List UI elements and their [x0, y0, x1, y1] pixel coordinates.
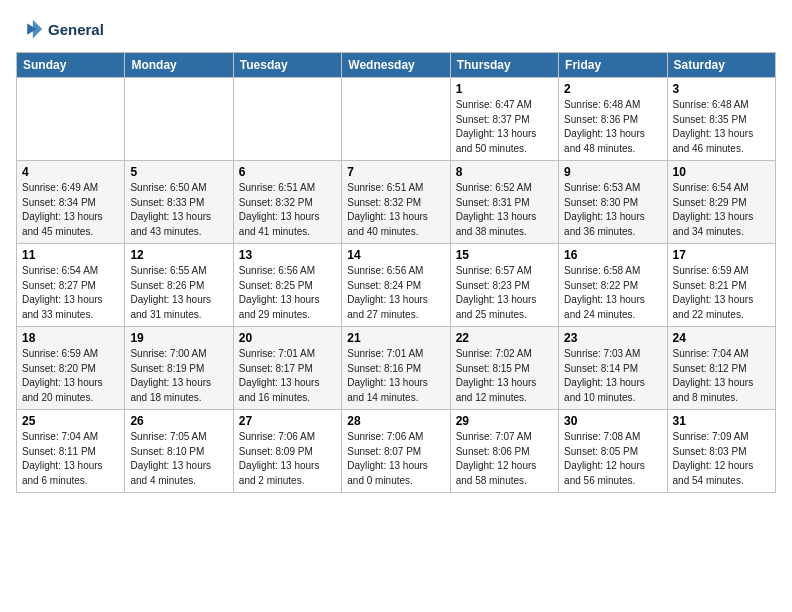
calendar-cell: 16Sunrise: 6:58 AM Sunset: 8:22 PM Dayli…: [559, 244, 667, 327]
calendar-week-row: 25Sunrise: 7:04 AM Sunset: 8:11 PM Dayli…: [17, 410, 776, 493]
day-info: Sunrise: 6:49 AM Sunset: 8:34 PM Dayligh…: [22, 181, 119, 239]
day-info: Sunrise: 7:09 AM Sunset: 8:03 PM Dayligh…: [673, 430, 770, 488]
calendar-cell: 10Sunrise: 6:54 AM Sunset: 8:29 PM Dayli…: [667, 161, 775, 244]
calendar-cell: 14Sunrise: 6:56 AM Sunset: 8:24 PM Dayli…: [342, 244, 450, 327]
calendar-cell: 12Sunrise: 6:55 AM Sunset: 8:26 PM Dayli…: [125, 244, 233, 327]
page-header: General: [16, 16, 776, 44]
calendar-cell: 7Sunrise: 6:51 AM Sunset: 8:32 PM Daylig…: [342, 161, 450, 244]
day-info: Sunrise: 7:01 AM Sunset: 8:17 PM Dayligh…: [239, 347, 336, 405]
weekday-header: Friday: [559, 53, 667, 78]
calendar-cell: 29Sunrise: 7:07 AM Sunset: 8:06 PM Dayli…: [450, 410, 558, 493]
day-number: 17: [673, 248, 770, 262]
day-info: Sunrise: 6:48 AM Sunset: 8:36 PM Dayligh…: [564, 98, 661, 156]
day-number: 21: [347, 331, 444, 345]
weekday-header: Tuesday: [233, 53, 341, 78]
day-info: Sunrise: 6:51 AM Sunset: 8:32 PM Dayligh…: [239, 181, 336, 239]
day-info: Sunrise: 7:07 AM Sunset: 8:06 PM Dayligh…: [456, 430, 553, 488]
calendar-cell: 26Sunrise: 7:05 AM Sunset: 8:10 PM Dayli…: [125, 410, 233, 493]
calendar-cell: 31Sunrise: 7:09 AM Sunset: 8:03 PM Dayli…: [667, 410, 775, 493]
day-info: Sunrise: 7:04 AM Sunset: 8:11 PM Dayligh…: [22, 430, 119, 488]
day-number: 27: [239, 414, 336, 428]
calendar-cell: 3Sunrise: 6:48 AM Sunset: 8:35 PM Daylig…: [667, 78, 775, 161]
calendar-cell: 5Sunrise: 6:50 AM Sunset: 8:33 PM Daylig…: [125, 161, 233, 244]
logo-text: General: [48, 21, 104, 39]
calendar-week-row: 18Sunrise: 6:59 AM Sunset: 8:20 PM Dayli…: [17, 327, 776, 410]
calendar-cell: 23Sunrise: 7:03 AM Sunset: 8:14 PM Dayli…: [559, 327, 667, 410]
weekday-header: Monday: [125, 53, 233, 78]
day-info: Sunrise: 7:02 AM Sunset: 8:15 PM Dayligh…: [456, 347, 553, 405]
day-number: 30: [564, 414, 661, 428]
weekday-header: Thursday: [450, 53, 558, 78]
day-number: 18: [22, 331, 119, 345]
weekday-header-row: SundayMondayTuesdayWednesdayThursdayFrid…: [17, 53, 776, 78]
day-number: 24: [673, 331, 770, 345]
day-info: Sunrise: 7:05 AM Sunset: 8:10 PM Dayligh…: [130, 430, 227, 488]
day-number: 28: [347, 414, 444, 428]
day-info: Sunrise: 6:48 AM Sunset: 8:35 PM Dayligh…: [673, 98, 770, 156]
calendar-cell: 4Sunrise: 6:49 AM Sunset: 8:34 PM Daylig…: [17, 161, 125, 244]
calendar-cell: 13Sunrise: 6:56 AM Sunset: 8:25 PM Dayli…: [233, 244, 341, 327]
day-number: 10: [673, 165, 770, 179]
day-info: Sunrise: 6:52 AM Sunset: 8:31 PM Dayligh…: [456, 181, 553, 239]
day-info: Sunrise: 6:56 AM Sunset: 8:24 PM Dayligh…: [347, 264, 444, 322]
calendar-cell: 22Sunrise: 7:02 AM Sunset: 8:15 PM Dayli…: [450, 327, 558, 410]
logo-icon: [16, 16, 44, 44]
weekday-header: Saturday: [667, 53, 775, 78]
calendar-cell: 1Sunrise: 6:47 AM Sunset: 8:37 PM Daylig…: [450, 78, 558, 161]
day-info: Sunrise: 7:06 AM Sunset: 8:07 PM Dayligh…: [347, 430, 444, 488]
day-info: Sunrise: 6:53 AM Sunset: 8:30 PM Dayligh…: [564, 181, 661, 239]
calendar-cell: 21Sunrise: 7:01 AM Sunset: 8:16 PM Dayli…: [342, 327, 450, 410]
calendar-cell: 27Sunrise: 7:06 AM Sunset: 8:09 PM Dayli…: [233, 410, 341, 493]
day-number: 1: [456, 82, 553, 96]
calendar-cell: 25Sunrise: 7:04 AM Sunset: 8:11 PM Dayli…: [17, 410, 125, 493]
day-info: Sunrise: 7:04 AM Sunset: 8:12 PM Dayligh…: [673, 347, 770, 405]
calendar-cell: 17Sunrise: 6:59 AM Sunset: 8:21 PM Dayli…: [667, 244, 775, 327]
day-info: Sunrise: 6:59 AM Sunset: 8:20 PM Dayligh…: [22, 347, 119, 405]
calendar: SundayMondayTuesdayWednesdayThursdayFrid…: [16, 52, 776, 493]
day-number: 13: [239, 248, 336, 262]
calendar-cell: 9Sunrise: 6:53 AM Sunset: 8:30 PM Daylig…: [559, 161, 667, 244]
calendar-cell: 6Sunrise: 6:51 AM Sunset: 8:32 PM Daylig…: [233, 161, 341, 244]
day-info: Sunrise: 7:03 AM Sunset: 8:14 PM Dayligh…: [564, 347, 661, 405]
day-info: Sunrise: 6:56 AM Sunset: 8:25 PM Dayligh…: [239, 264, 336, 322]
calendar-cell: 19Sunrise: 7:00 AM Sunset: 8:19 PM Dayli…: [125, 327, 233, 410]
weekday-header: Wednesday: [342, 53, 450, 78]
day-number: 20: [239, 331, 336, 345]
day-info: Sunrise: 6:55 AM Sunset: 8:26 PM Dayligh…: [130, 264, 227, 322]
day-info: Sunrise: 6:47 AM Sunset: 8:37 PM Dayligh…: [456, 98, 553, 156]
calendar-cell: 18Sunrise: 6:59 AM Sunset: 8:20 PM Dayli…: [17, 327, 125, 410]
day-info: Sunrise: 7:08 AM Sunset: 8:05 PM Dayligh…: [564, 430, 661, 488]
day-number: 6: [239, 165, 336, 179]
calendar-cell: 30Sunrise: 7:08 AM Sunset: 8:05 PM Dayli…: [559, 410, 667, 493]
weekday-header: Sunday: [17, 53, 125, 78]
day-number: 2: [564, 82, 661, 96]
calendar-cell: 20Sunrise: 7:01 AM Sunset: 8:17 PM Dayli…: [233, 327, 341, 410]
day-number: 15: [456, 248, 553, 262]
day-info: Sunrise: 6:50 AM Sunset: 8:33 PM Dayligh…: [130, 181, 227, 239]
day-number: 4: [22, 165, 119, 179]
calendar-cell: 11Sunrise: 6:54 AM Sunset: 8:27 PM Dayli…: [17, 244, 125, 327]
day-number: 3: [673, 82, 770, 96]
day-number: 16: [564, 248, 661, 262]
day-info: Sunrise: 7:00 AM Sunset: 8:19 PM Dayligh…: [130, 347, 227, 405]
day-number: 29: [456, 414, 553, 428]
day-info: Sunrise: 6:59 AM Sunset: 8:21 PM Dayligh…: [673, 264, 770, 322]
day-number: 31: [673, 414, 770, 428]
day-info: Sunrise: 6:54 AM Sunset: 8:29 PM Dayligh…: [673, 181, 770, 239]
day-number: 5: [130, 165, 227, 179]
day-info: Sunrise: 6:51 AM Sunset: 8:32 PM Dayligh…: [347, 181, 444, 239]
calendar-cell: 2Sunrise: 6:48 AM Sunset: 8:36 PM Daylig…: [559, 78, 667, 161]
day-number: 22: [456, 331, 553, 345]
calendar-week-row: 1Sunrise: 6:47 AM Sunset: 8:37 PM Daylig…: [17, 78, 776, 161]
day-number: 26: [130, 414, 227, 428]
calendar-cell: [17, 78, 125, 161]
day-number: 19: [130, 331, 227, 345]
day-number: 8: [456, 165, 553, 179]
day-number: 9: [564, 165, 661, 179]
day-info: Sunrise: 6:54 AM Sunset: 8:27 PM Dayligh…: [22, 264, 119, 322]
calendar-week-row: 11Sunrise: 6:54 AM Sunset: 8:27 PM Dayli…: [17, 244, 776, 327]
day-info: Sunrise: 7:06 AM Sunset: 8:09 PM Dayligh…: [239, 430, 336, 488]
day-number: 25: [22, 414, 119, 428]
day-number: 23: [564, 331, 661, 345]
calendar-cell: [342, 78, 450, 161]
